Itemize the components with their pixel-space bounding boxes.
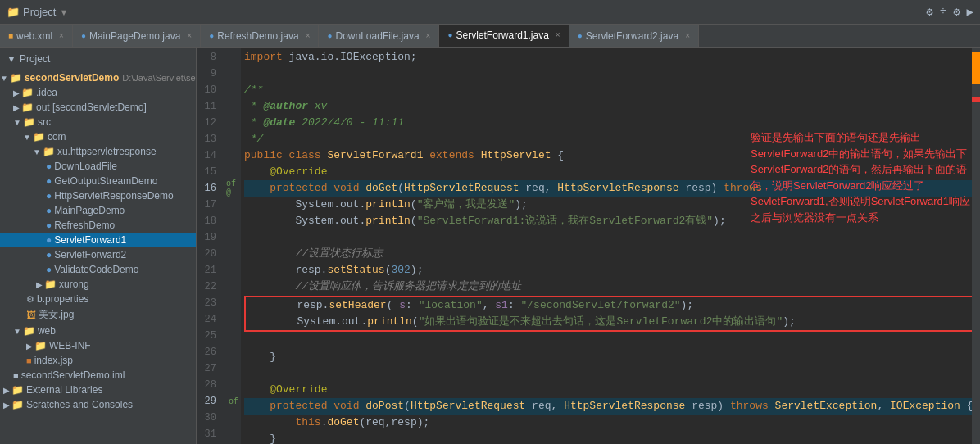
code-line-8: import java.io.IOException; — [244, 49, 980, 66]
sidebar-header: ▼ Project — [0, 48, 196, 70]
code-line-21: resp.setStatus(302); — [244, 262, 980, 279]
tree-item-getoutputstreamdemo[interactable]: ● GetOutputStreamDemo — [0, 174, 196, 188]
code-line-28: @Override — [244, 382, 980, 398]
code-area: 8 9 10 11 12 13 14 15 16 17 18 19 20 21 … — [197, 48, 980, 444]
code-line-14: public class ServletForward1 extends Htt… — [244, 147, 980, 164]
divide-icon[interactable]: ÷ — [940, 5, 946, 19]
tree-item-xurong[interactable]: ▶ 📁 xurong — [0, 277, 196, 292]
scroll-thumb[interactable] — [972, 52, 980, 84]
sidebar: ▼ Project ▼ 📁 secondServletDemo D:\Java\… — [0, 48, 197, 444]
line-numbers: 8 9 10 11 12 13 14 15 16 17 18 19 20 21 … — [197, 48, 226, 444]
code-line-10: /** — [244, 82, 980, 98]
code-line-12: * @date 2022/4/0 - 11:11 — [244, 115, 980, 131]
tree-item-scratches[interactable]: ▶ 📁 Scratches and Consoles — [0, 397, 196, 412]
tree-item-bproperties[interactable]: ⚙ b.properties — [0, 292, 196, 306]
tree-item-iml[interactable]: ■ secondServletDemo.iml — [0, 368, 196, 383]
tree-item-out[interactable]: ▶ 📁 out [secondServletDemo] — [0, 100, 196, 115]
tree-item-mainpagedemo[interactable]: ● MainPageDemo — [0, 203, 196, 218]
gutter: of @ of — [226, 48, 241, 444]
code-line-31: } — [244, 431, 980, 444]
tab-download-file[interactable]: ● DownLoadFile.java × — [319, 25, 439, 48]
tree-item-downloadfile[interactable]: ● DownLoadFile — [0, 159, 196, 174]
folder-icon: 📁 — [7, 6, 20, 18]
tree-item-indexjsp[interactable]: ■ index.jsp — [0, 353, 196, 368]
tab-servlet-forward1[interactable]: ● ServletForward1.java × — [439, 25, 569, 48]
code-line-25 — [244, 333, 980, 349]
scroll-marker — [972, 97, 980, 102]
tree-item-xu-httpservletresponse[interactable]: ▼ 📁 xu.httpservletresponse — [0, 144, 196, 159]
code-line-18: System.out.println("ServletForward1:说说话，… — [244, 213, 980, 229]
project-title: 📁 Project ▼ — [7, 6, 68, 18]
code-line-13: */ — [244, 131, 980, 147]
code-line-20: //设置状态行标志 — [244, 246, 980, 262]
tab-main-page-demo[interactable]: ● MainPageDemo.java × — [73, 25, 201, 48]
tree-item-refreshdemo[interactable]: ● RefreshDemo — [0, 218, 196, 233]
code-line-29: protected void doPost(HttpServletRequest… — [244, 398, 980, 415]
settings-icon[interactable]: ⚙ — [926, 5, 932, 19]
tree-item-src[interactable]: ▼ 📁 src — [0, 115, 196, 129]
code-line-23: resp.setHeader( s: "location", s1: "/sec… — [246, 297, 978, 314]
code-line-22: //设置响应体，告诉服务器把请求定定到的地址 — [244, 279, 980, 295]
code-line-26: } — [244, 349, 980, 365]
tree-item-validatecodedemo[interactable]: ● ValidateCodeDemo — [0, 262, 196, 277]
tab-servlet-forward2[interactable]: ● ServletForward2.java × — [569, 25, 699, 48]
tab-refresh-demo[interactable]: ● RefreshDemo.java × — [201, 25, 319, 48]
code-line-24: System.out.println("如果出语句验证是不来超出去句话，这是Se… — [246, 314, 978, 330]
toolbar-icons: ⚙ ÷ ⚙ ▶ — [926, 5, 973, 19]
red-box-highlight: resp.setHeader( s: "location", s1: "/sec… — [244, 296, 980, 332]
tree-item-girl-jpg[interactable]: 🖼 美女.jpg — [0, 306, 196, 324]
tab-bar: ■ web.xml × ● MainPageDemo.java × ● Refr… — [0, 25, 980, 48]
project-label: Project — [20, 53, 50, 65]
tree-item-servletforward1[interactable]: ● ServletForward1 — [0, 233, 196, 247]
code-line-15: @Override — [244, 164, 980, 180]
tab-web-xml[interactable]: ■ web.xml × — [0, 25, 73, 48]
main-layout: ▼ Project ▼ 📁 secondServletDemo D:\Java\… — [0, 48, 980, 444]
code-line-30: this.doGet(req,resp); — [244, 415, 980, 431]
code-content[interactable]: import java.io.IOException; /** * @autho… — [241, 48, 980, 444]
gear-icon[interactable]: ⚙ — [953, 5, 960, 19]
tree-item-idea[interactable]: ▶ 📁 .idea — [0, 85, 196, 100]
tree-item-com[interactable]: ▼ 📁 com — [0, 129, 196, 144]
run-icon[interactable]: ▶ — [967, 5, 973, 19]
tree-item-webinf[interactable]: ▶ 📁 WEB-INF — [0, 338, 196, 353]
code-line-19 — [244, 229, 980, 246]
code-line-17: System.out.println("客户端，我是发送"); — [244, 197, 980, 213]
top-bar: 📁 Project ▼ ⚙ ÷ ⚙ ▶ — [0, 0, 980, 25]
code-line-11: * @author xv — [244, 98, 980, 115]
code-line-27 — [244, 365, 980, 382]
code-line-9 — [244, 66, 980, 82]
tree-item-httpservletresponsedemo[interactable]: ● HttpServletResponseDemo — [0, 188, 196, 203]
tree-item-secondServletDemo[interactable]: ▼ 📁 secondServletDemo D:\Java\Servlet\se… — [0, 70, 196, 85]
right-scroll-indicator — [972, 48, 980, 444]
tree-item-web[interactable]: ▼ 📁 web — [0, 324, 196, 338]
code-line-16: protected void doGet(HttpServletRequest … — [244, 180, 980, 197]
tree-item-servletforward2[interactable]: ● ServletForward2 — [0, 247, 196, 262]
tree-item-external-libraries[interactable]: ▶ 📁 External Libraries — [0, 383, 196, 397]
